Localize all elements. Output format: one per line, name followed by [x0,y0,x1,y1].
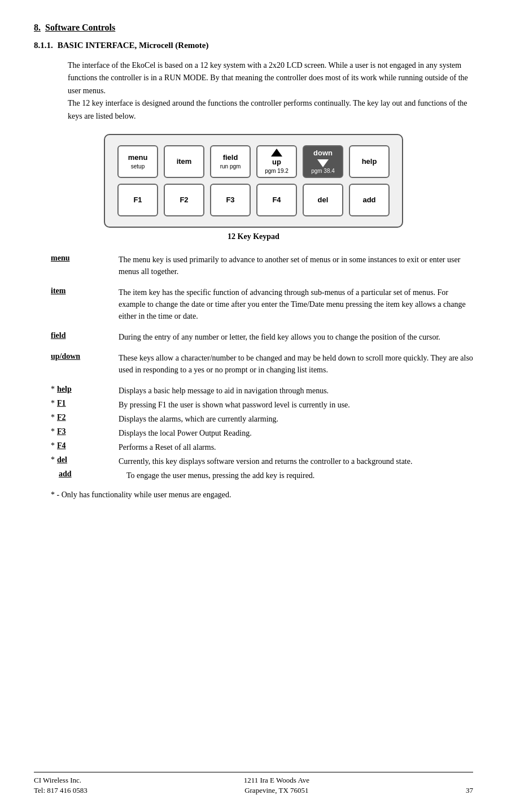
footer-page: 37 [466,786,473,795]
desc-updown-name: up/down [51,352,80,361]
key-f2-label: F2 [180,196,188,205]
footnote: * - Only has functionality while user me… [51,490,473,500]
intro-para-2: The 12 key interface is designed around … [68,99,467,120]
key-f4-label: F4 [272,196,281,205]
key-down-label: down [313,149,333,158]
key-f3-label: F3 [226,196,234,205]
desc-menu: menu The menu key is used primarily to a… [51,254,473,277]
key-f1: F1 [117,184,158,216]
footer: CI Wireless Inc. Tel: 817 416 0583 1211 … [34,772,473,795]
down-arrow-icon [317,159,329,167]
desc-del-text: Currently, this key displays software ve… [119,455,473,467]
key-item-label: item [177,157,192,167]
asterisk-f1: * [51,399,55,408]
key-f2: F2 [164,184,204,216]
desc-del-name-col: * del [51,455,119,464]
footer-address2: Grapevine, TX 76051 [244,786,308,795]
desc-menu-name-col: menu [51,254,119,263]
desc-f3-text: Displays the local Power Output Reading. [119,427,473,439]
section-title: Software Controls [45,23,115,33]
key-menu-sub: setup [131,163,145,170]
desc-add-name-col: add [59,470,126,479]
desc-f4-name: F4 [57,441,66,450]
desc-f4: * F4 Performs a Reset of all alarms. [51,441,473,453]
asterisk-help: * [51,385,55,394]
key-f4: F4 [256,184,297,216]
desc-f1-name: F1 [57,399,66,408]
keypad-top-row: menu setup item field run pgm up pgm 19.… [117,145,390,178]
section-heading: 8. Software Controls [34,23,473,33]
desc-f3: * F3 Displays the local Power Output Rea… [51,427,473,439]
keypad-container: menu setup item field run pgm up pgm 19.… [34,134,473,250]
subsection-heading: 8.1.1. BASIC INTERFACE, Microcell (Remot… [34,41,473,50]
key-item: item [164,145,204,178]
keypad-box: menu setup item field run pgm up pgm 19.… [104,134,403,228]
footer-company: CI Wireless Inc. [34,776,88,785]
desc-f4-name-col: * F4 [51,441,119,450]
desc-help-name: help [57,385,72,394]
desc-f3-name-col: * F3 [51,427,119,436]
desc-help-text: Displays a basic help message to aid in … [119,385,473,397]
desc-field: field During the entry of any number or … [51,331,473,343]
desc-field-text: During the entry of any number or letter… [119,331,473,343]
desc-help: * help Displays a basic help message to … [51,385,473,397]
up-arrow-icon [271,149,282,157]
key-f1-label: F1 [133,196,142,205]
desc-add-text: To engage the user menus, pressing the a… [126,470,473,481]
key-up: up pgm 19.2 [256,145,297,178]
key-field: field run pgm [210,145,251,178]
section-number: 8. [34,23,41,33]
asterisk-f4: * [51,441,55,450]
desc-field-name: field [51,331,65,340]
footer-address1: 1211 Ira E Woods Ave [244,776,309,785]
desc-f1: * F1 By pressing F1 the user is shown wh… [51,399,473,411]
key-field-label: field [223,153,238,163]
key-menu: menu setup [117,145,158,178]
desc-menu-text: The menu key is used primarily to advanc… [119,254,473,277]
desc-f2-name: F2 [57,413,66,422]
desc-field-name-col: field [51,331,119,340]
desc-item-name-col: item [51,286,119,296]
key-up-label: up [272,158,281,167]
desc-item-name: item [51,286,65,295]
subsection-number: 8.1.1. [34,41,53,50]
desc-f3-name: F3 [57,427,66,436]
desc-updown: up/down These keys allow a character/num… [51,352,473,376]
key-del-label: del [318,196,329,205]
key-up-sub: pgm 19.2 [265,167,289,175]
keypad-bottom-row: F1 F2 F3 F4 del add [117,184,390,216]
asterisk-f2: * [51,413,55,422]
asterisk-del: * [51,455,55,464]
keypad-caption: 12 Key Keypad [228,232,279,241]
asterisk-f3: * [51,427,55,436]
desc-f2-name-col: * F2 [51,413,119,422]
intro-text: The interface of the EkoCel is based on … [68,59,473,123]
key-f3: F3 [210,184,251,216]
key-field-sub: run pgm [220,163,241,170]
key-down: down pgm 38.4 [303,145,343,178]
key-down-sub: pgm 38.4 [311,167,335,175]
desc-f4-text: Performs a Reset of all alarms. [119,441,473,453]
desc-f1-text: By pressing F1 the user is shown what pa… [119,399,473,411]
desc-updown-name-col: up/down [51,352,119,361]
key-help: help [349,145,390,178]
desc-f2: * F2 Displays the alarms, which are curr… [51,413,473,425]
desc-add-name: add [59,470,72,478]
footer-left: CI Wireless Inc. Tel: 817 416 0583 [34,776,88,795]
footer-center: 1211 Ira E Woods Ave Grapevine, TX 76051 [244,776,309,795]
intro-para-1: The interface of the EkoCel is based on … [68,61,468,95]
desc-updown-text: These keys allow a character/number to b… [119,352,473,376]
desc-add: add To engage the user menus, pressing t… [59,470,473,481]
key-add: add [349,184,390,216]
desc-f2-text: Displays the alarms, which are currently… [119,413,473,425]
key-help-label: help [362,157,377,167]
subsection-title: BASIC INTERFACE, Microcell (Remote) [58,41,209,50]
desc-del: * del Currently, this key displays softw… [51,455,473,467]
desc-item: item The item key has the specific funct… [51,286,473,322]
key-menu-label: menu [128,153,148,163]
key-descriptions: menu The menu key is used primarily to a… [51,254,473,481]
key-del: del [303,184,343,216]
desc-f1-name-col: * F1 [51,399,119,408]
desc-help-name-col: * help [51,385,119,394]
desc-del-name: del [57,455,67,464]
